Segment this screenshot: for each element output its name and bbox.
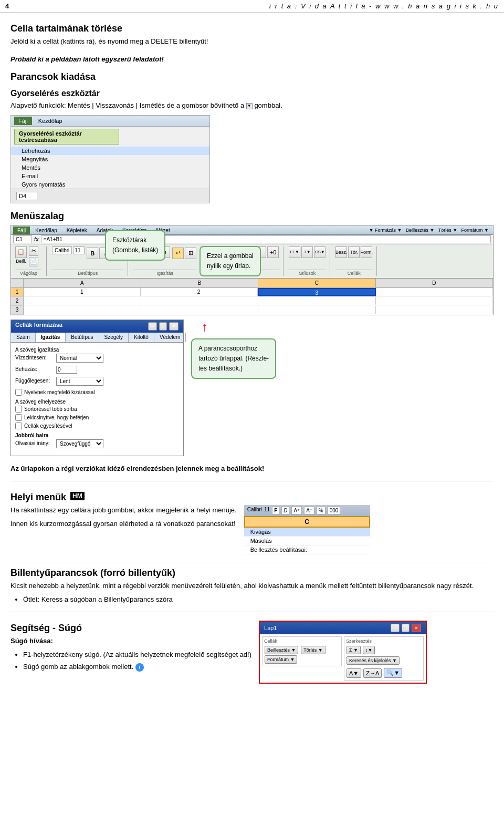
- fuggoleges-label: Függőlegesen:: [15, 378, 53, 384]
- checkbox-egyesites[interactable]: [15, 423, 22, 429]
- dialog-tab-szam[interactable]: Szám: [11, 333, 36, 342]
- merge-button[interactable]: ⊞: [185, 248, 196, 259]
- brs-formatum-btn[interactable]: Formátum ▼: [265, 655, 297, 664]
- ss-cell-a2[interactable]: [24, 297, 141, 305]
- toolbar-menu-item-2[interactable]: Megnyitás: [11, 155, 209, 163]
- dialog-tab-vedelem[interactable]: Védelem: [154, 333, 186, 342]
- cellastílus-button[interactable]: CS▼: [314, 246, 326, 258]
- dialog-close[interactable]: ✕: [169, 322, 178, 331]
- dialog-maximize[interactable]: □: [159, 322, 167, 331]
- masolas-button[interactable]: 📄: [29, 257, 38, 266]
- ss-corner: [11, 279, 24, 288]
- ctx-menu-beillesztes[interactable]: Beillesztés beállításai:: [244, 545, 370, 554]
- ss-cell-d2[interactable]: [376, 297, 494, 305]
- ribbon-tab-fajl[interactable]: Fájl: [13, 226, 30, 234]
- ctx-percent[interactable]: %: [317, 507, 326, 514]
- ctx-menu-masolas[interactable]: Másolás: [244, 537, 370, 545]
- brs-icon-c[interactable]: 🔍▼: [384, 668, 402, 678]
- dialog-tab-igazitas[interactable]: Igazítás: [36, 333, 66, 342]
- beillesztes-button[interactable]: 📋 Beill.: [15, 246, 27, 264]
- increase-decimal-button[interactable]: +0: [267, 246, 279, 258]
- insert-cell-button[interactable]: Besz.: [335, 246, 347, 258]
- toolbar-tabs: Fájl Kezdőlap: [11, 116, 209, 127]
- sugo-heading: Segítség - Súgó: [10, 623, 251, 634]
- section-ribbon: Menüszalag Eszköztárak(Gombok, listák) E…: [10, 211, 494, 456]
- dropdown-icon: ▼: [246, 103, 253, 109]
- format-cell-button[interactable]: Form.: [361, 246, 372, 258]
- toolbar-tab-kezdolap[interactable]: Kezdőlap: [34, 117, 67, 125]
- olvasasi-irany-select[interactable]: Szövegfüggő: [56, 439, 103, 448]
- ctx-000[interactable]: 000: [328, 507, 341, 514]
- context-menu-area: Calibri 11 F D A⁺ A⁻ % 000 C Kivágás Más…: [244, 505, 370, 554]
- ctx-size-up[interactable]: A⁺: [291, 507, 302, 514]
- toolbar-menu-item-3[interactable]: Mentés: [11, 163, 209, 172]
- ss-cell-b2[interactable]: [141, 297, 259, 305]
- brs-body: Cellák Beillesztés ▼ Törlés ▼ Formátum ▼…: [260, 634, 426, 683]
- fuggoleges-select[interactable]: Lent: [56, 377, 103, 386]
- section-try: Próbáld ki a példában látott egyszerű fe…: [10, 54, 494, 65]
- brs-beillesztes-btn[interactable]: Beillesztés ▼: [265, 646, 298, 654]
- brs-sort-btn[interactable]: ↕▼: [363, 646, 375, 654]
- ribbon-tab-kezdolap[interactable]: Kezdőlap: [31, 226, 61, 234]
- font-name-display[interactable]: Calibri: [52, 246, 72, 254]
- bold-button[interactable]: B: [87, 248, 98, 259]
- delete-icon: Tör.: [348, 246, 360, 258]
- brs-minimize[interactable]: ─: [391, 624, 399, 632]
- ss-row-2: 2: [11, 297, 493, 306]
- kivagtas-button[interactable]: ✂: [29, 246, 38, 256]
- group-icons-cellak: Besz. Tör. Form.: [335, 246, 372, 269]
- brs-title: Lap1 ─ □ ✕: [260, 622, 426, 634]
- ctx-italic[interactable]: D: [281, 507, 289, 514]
- vizszintesen-label: Vízszintesen:: [15, 355, 53, 360]
- ribbon-formula-bar: C1 fx =A1+B1: [11, 235, 493, 244]
- toolbar-screenshot: Fájl Kezdőlap Gyorselérési eszköztár tes…: [10, 115, 210, 203]
- brs-icon-a[interactable]: A▼: [346, 668, 361, 678]
- ss-row-3: 3: [11, 306, 493, 315]
- brs-icon-b[interactable]: Z→A: [363, 668, 382, 678]
- feltételes-formázás-button[interactable]: FF▼: [289, 246, 300, 258]
- billentyu-heading: Billentyűparancsok (forró billentyűk): [10, 568, 494, 579]
- dialog-minimize[interactable]: ─: [148, 322, 156, 331]
- font-size-display[interactable]: 11: [73, 246, 85, 254]
- ribbon-group-cellak: Besz. Tör. Form. Cellák: [335, 246, 377, 276]
- toolbar-menu-item-5[interactable]: Gyors nyomtatás: [11, 180, 209, 189]
- checkbox-sortores[interactable]: [15, 406, 22, 413]
- toolbar-tab-fajl[interactable]: Fájl: [14, 117, 32, 125]
- delete-cell-button[interactable]: Tör.: [348, 246, 360, 258]
- dialog-tab-szegely[interactable]: Szegély: [99, 333, 129, 342]
- brs-maximize[interactable]: □: [402, 624, 410, 632]
- checkbox-lekicsinyitve[interactable]: [15, 414, 22, 421]
- group-name-igazitas: Igazítás: [133, 270, 196, 276]
- ss-cell-a1[interactable]: 1: [24, 288, 141, 296]
- checkbox-nyelvnek[interactable]: [15, 389, 22, 396]
- dialog-tab-kitolto[interactable]: Kitöltő: [129, 333, 154, 342]
- cell-ref-display[interactable]: C1: [13, 235, 32, 243]
- dialog-tab-betutipus[interactable]: Betűtípus: [66, 333, 99, 342]
- ribbon-tab-kepletek[interactable]: Képletek: [62, 226, 91, 234]
- ctx-bold[interactable]: F: [272, 507, 279, 514]
- sugo-bullet-2: Súgó gomb az ablakgombok mellett. i: [23, 662, 251, 672]
- ss-cell-c1[interactable]: 3: [258, 288, 376, 296]
- ctx-menu-kivagatas[interactable]: Kivágás: [244, 528, 370, 537]
- billentyu-bullet-1: Ötlet: Keress a súgóban a Billentyűparan…: [23, 594, 494, 605]
- callout-parancscsoporthoz-text: A parancscsoporthoztartozó űrlappal. (Ré…: [198, 345, 269, 372]
- behuzas-input[interactable]: [56, 366, 77, 374]
- ctx-size-down[interactable]: A⁻: [304, 507, 314, 514]
- toolbar-menu-item-1[interactable]: Létrehozás: [11, 147, 209, 155]
- vizszintesen-select[interactable]: Normál: [56, 354, 103, 363]
- brs-title-text: Lap1: [264, 625, 277, 631]
- sugo-layout: Segítség - Súgó Súgó hívása: F1-helyzeté…: [10, 617, 494, 684]
- ss-cell-d1[interactable]: [376, 288, 493, 296]
- brs-keresés-btn[interactable]: Keresés és kijelölés ▼: [346, 656, 400, 665]
- toolbar-menu-item-4[interactable]: E-mail: [11, 172, 209, 180]
- ss-cell-b1[interactable]: 2: [141, 288, 258, 296]
- tablázatként-button[interactable]: T▼: [301, 246, 313, 258]
- wrap-text-button[interactable]: ↵: [172, 248, 184, 259]
- format-icon: Form.: [361, 246, 372, 258]
- brs-torles-btn[interactable]: Törlés ▼: [301, 646, 325, 654]
- ss-cell-c2[interactable]: [258, 297, 376, 305]
- brs-close[interactable]: ✕: [412, 624, 421, 632]
- bottom-screenshot: Lap1 ─ □ ✕ Cellák Beillesztés ▼ Törlés ▼: [259, 621, 427, 684]
- brs-sigma-btn[interactable]: Σ ▼: [346, 646, 361, 654]
- dialog-callout-layout: Cellák formázása ─ □ ✕ Szám Igazítás Bet…: [10, 320, 494, 456]
